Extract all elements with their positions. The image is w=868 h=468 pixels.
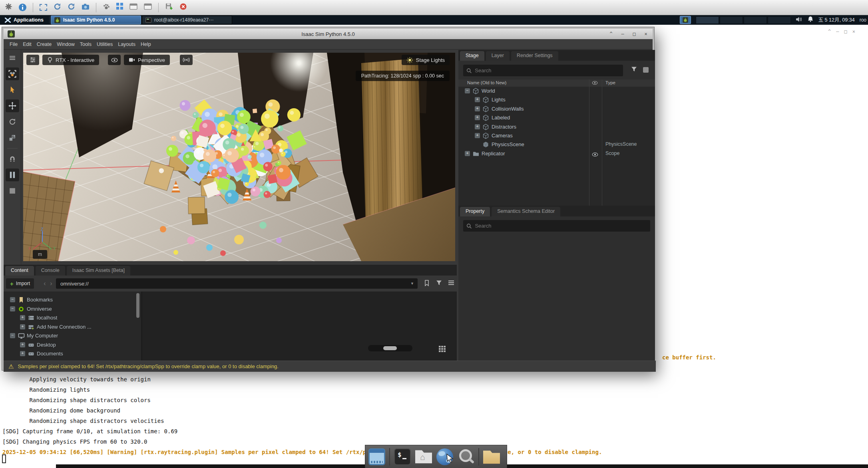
visibility-button[interactable] [108,55,121,65]
tab-content[interactable]: Content [5,266,34,276]
back-button[interactable]: ‹ [42,278,48,289]
import-button[interactable]: + Import [6,278,34,289]
audio-button[interactable] [180,55,193,65]
path-input[interactable] [60,280,410,287]
content-row-documents[interactable]: +Documents [4,349,141,358]
dock-terminal-emulator[interactable] [368,448,386,466]
stage-row-collisionwalls[interactable]: +CollisionWalls [458,105,655,113]
scale-tool[interactable] [6,131,19,144]
expand-icon[interactable]: + [475,97,480,102]
bg-maximize-icon[interactable]: □ [844,29,847,34]
viewport[interactable]: RTX - Interactive Perspective Stage Ligh… [23,53,455,261]
expand-icon[interactable]: + [465,151,470,156]
collapse-icon[interactable]: − [10,306,15,311]
property-search[interactable] [463,220,650,232]
thumbnail-size-slider[interactable] [368,345,412,351]
property-search-input[interactable] [474,222,647,229]
expand-icon[interactable]: + [475,133,480,138]
active-window-indicator[interactable] [680,16,691,24]
expand-icon[interactable]: + [20,315,25,320]
stage-row-cameras[interactable]: +Cameras [458,131,655,140]
forward-button[interactable]: › [48,278,54,289]
stage-row-labeled[interactable]: +Labeled [458,113,655,122]
shade-button[interactable]: ^ [608,31,614,37]
window-ctrl-icon[interactable] [129,3,137,12]
collapse-icon[interactable]: − [465,88,470,93]
stage-search-input[interactable] [474,67,620,74]
filter-icon[interactable] [631,66,637,74]
bg-minimize-icon[interactable]: – [836,29,839,34]
window-titlebar[interactable]: Isaac Sim Python 4.5.0 ^–□× [4,29,653,39]
menu-create[interactable]: Create [34,40,54,48]
windows-grid-icon[interactable] [116,3,119,6]
path-bar[interactable]: ▼ [56,278,418,289]
expand-icon[interactable]: + [475,124,480,129]
task-isaac-sim-python-4-5-0[interactable]: Isaac Sim Python 4.5.0 [51,16,141,24]
maximize-button[interactable]: □ [631,31,637,37]
minimize-button[interactable]: – [620,31,625,37]
notification-bell-icon[interactable] [807,16,814,24]
bookmark-toolbar-icon[interactable] [424,280,430,288]
expand-icon[interactable]: + [20,324,25,329]
tab-semantics-schema-editor[interactable]: Semantics Schema Editor [492,207,560,216]
workspace-pager[interactable] [696,16,791,24]
content-row-my-computer[interactable]: −My Computer [4,331,141,340]
dock-application-finder[interactable] [457,448,475,466]
expand-icon[interactable]: + [20,342,25,347]
content-row-bookmarks[interactable]: −Bookmarks [4,295,141,304]
volume-icon[interactable] [796,16,802,24]
stop-record-icon[interactable] [179,3,187,12]
select-tool[interactable] [6,83,19,96]
settings-gear-icon[interactable] [5,3,12,12]
stage-row-distractors[interactable]: +Distractors [458,123,655,131]
menu-window[interactable]: Window [54,40,77,48]
stage-row-physicsscene[interactable]: PhysicsScenePhysicsScene [458,140,655,149]
taskbar-clock[interactable]: 五 5 12月, 09:34 [818,17,855,24]
content-row-desktop[interactable]: +Desktop [4,341,141,349]
snap-tool[interactable] [6,153,19,165]
dock-file-manager[interactable] [415,448,432,466]
menu-layouts[interactable]: Layouts [115,40,138,48]
renderer-selector[interactable]: RTX - Interactive [42,55,99,65]
chevron-down-icon[interactable]: ▼ [410,282,414,286]
menu-utilities[interactable]: Utilities [94,40,115,48]
menu-edit[interactable]: Edit [20,40,34,48]
stage-lights-button[interactable]: Stage Lights [402,55,450,65]
window-alt-icon[interactable] [144,3,152,12]
collapse-icon[interactable]: − [10,297,15,302]
info-icon[interactable] [19,4,26,11]
expand-icon[interactable]: + [20,351,25,356]
save-icon[interactable] [165,3,173,12]
tab-stage[interactable]: Stage [460,51,484,61]
content-row-localhost[interactable]: +localhost [4,313,141,322]
camera-selector[interactable]: Perspective [124,55,170,65]
applications-menu[interactable]: Applications [0,15,48,25]
filter-icon[interactable] [436,280,442,288]
menu-help[interactable]: Help [138,40,153,48]
expand-icon[interactable]: + [475,106,480,111]
pause-button[interactable] [6,169,19,181]
list-view-icon[interactable] [448,280,454,287]
expand-icon[interactable]: + [475,115,480,120]
dock-shell-terminal[interactable] [394,448,411,466]
stop-button[interactable] [6,184,19,197]
content-row-omniverse[interactable]: −Omniverse [4,305,141,313]
stage-search[interactable] [463,65,623,76]
bg-close-icon[interactable]: × [852,29,855,34]
options-square-icon[interactable] [643,67,649,73]
menu-file[interactable]: File [7,40,20,48]
stage-row-replicator[interactable]: +ReplicatorScope [458,149,655,158]
viewport-menu-button[interactable] [6,52,19,64]
content-row-add-new-connection[interactable]: +Add New Connection ... [4,323,141,331]
screenshot-camera-icon[interactable] [82,3,90,12]
stage-row-lights[interactable]: +Lights [458,95,655,104]
stage-row-world[interactable]: −World [458,87,655,95]
tab-render-settings[interactable]: Render Settings [511,51,558,61]
collapse-icon[interactable]: − [10,333,15,338]
frame-select-tool[interactable] [6,67,19,80]
select-region-icon[interactable] [40,4,47,11]
refresh-icon[interactable] [54,3,61,12]
sync-icon[interactable] [68,3,75,12]
tab-console[interactable]: Console [36,266,65,276]
close-button[interactable]: × [643,31,649,37]
